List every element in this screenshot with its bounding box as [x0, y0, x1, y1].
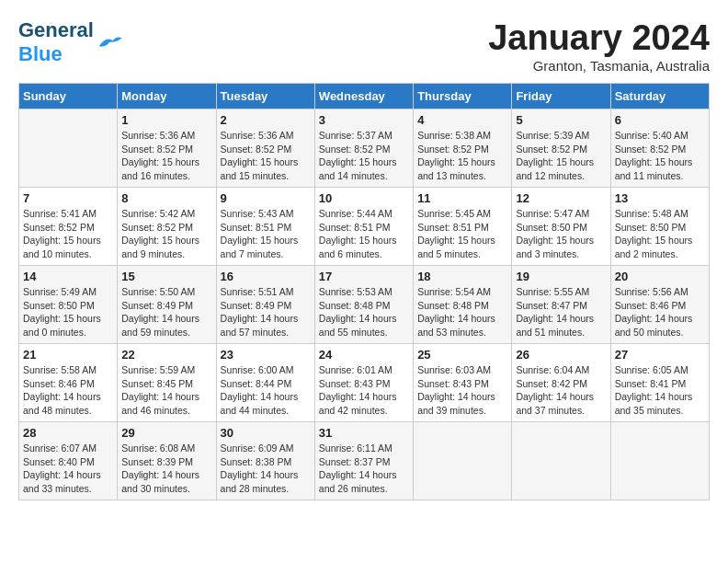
calendar-cell: 22Sunrise: 5:59 AMSunset: 8:45 PMDayligh…: [118, 344, 216, 422]
days-of-week-row: SundayMondayTuesdayWednesdayThursdayFrid…: [19, 84, 710, 109]
day-info: Sunrise: 6:09 AMSunset: 8:38 PMDaylight:…: [221, 442, 311, 496]
calendar-cell: [610, 422, 709, 500]
day-info: Sunrise: 5:36 AMSunset: 8:52 PMDaylight:…: [121, 129, 211, 183]
week-row-4: 21Sunrise: 5:58 AMSunset: 8:46 PMDayligh…: [19, 344, 710, 422]
day-number: 12: [516, 191, 606, 205]
calendar-cell: 18Sunrise: 5:54 AMSunset: 8:48 PMDayligh…: [414, 266, 512, 344]
logo-blue: Blue: [18, 42, 63, 65]
day-header-monday: Monday: [118, 84, 216, 109]
week-row-2: 7Sunrise: 5:41 AMSunset: 8:52 PMDaylight…: [19, 188, 710, 266]
calendar-cell: [414, 422, 512, 500]
day-number: 26: [516, 348, 606, 362]
calendar-cell: 23Sunrise: 6:00 AMSunset: 8:44 PMDayligh…: [216, 344, 314, 422]
calendar-cell: [19, 109, 118, 188]
day-info: Sunrise: 5:41 AMSunset: 8:52 PMDaylight:…: [23, 207, 113, 261]
day-number: 10: [319, 191, 409, 205]
day-info: Sunrise: 5:45 AMSunset: 8:51 PMDaylight:…: [417, 207, 507, 261]
day-info: Sunrise: 5:37 AMSunset: 8:52 PMDaylight:…: [319, 129, 409, 183]
day-info: Sunrise: 5:47 AMSunset: 8:50 PMDaylight:…: [516, 207, 606, 261]
location: Granton, Tasmania, Australia: [488, 58, 710, 74]
day-info: Sunrise: 5:54 AMSunset: 8:48 PMDaylight:…: [417, 285, 507, 339]
day-number: 21: [23, 348, 113, 362]
day-number: 9: [221, 191, 311, 205]
day-number: 29: [121, 426, 211, 440]
logo: General Blue: [18, 18, 123, 66]
day-info: Sunrise: 5:55 AMSunset: 8:47 PMDaylight:…: [516, 285, 606, 339]
day-info: Sunrise: 6:01 AMSunset: 8:43 PMDaylight:…: [319, 363, 409, 418]
calendar-cell: 28Sunrise: 6:07 AMSunset: 8:40 PMDayligh…: [19, 422, 118, 500]
day-number: 20: [615, 270, 705, 283]
day-number: 22: [121, 348, 211, 362]
day-number: 25: [417, 348, 507, 362]
day-number: 15: [121, 270, 211, 283]
calendar-body: 1Sunrise: 5:36 AMSunset: 8:52 PMDaylight…: [19, 109, 710, 500]
day-number: 6: [615, 113, 705, 127]
calendar-cell: 14Sunrise: 5:49 AMSunset: 8:50 PMDayligh…: [19, 266, 118, 344]
logo-general: General: [18, 18, 94, 41]
day-info: Sunrise: 5:50 AMSunset: 8:49 PMDaylight:…: [121, 285, 211, 339]
day-info: Sunrise: 5:51 AMSunset: 8:49 PMDaylight:…: [221, 285, 311, 339]
calendar-cell: 19Sunrise: 5:55 AMSunset: 8:47 PMDayligh…: [512, 266, 610, 344]
title-block: January 2024 Granton, Tasmania, Australi…: [488, 18, 710, 74]
calendar-cell: 21Sunrise: 5:58 AMSunset: 8:46 PMDayligh…: [19, 344, 118, 422]
day-number: 16: [221, 270, 311, 283]
calendar-header: SundayMondayTuesdayWednesdayThursdayFrid…: [19, 84, 710, 109]
calendar-table: SundayMondayTuesdayWednesdayThursdayFrid…: [18, 83, 710, 500]
day-info: Sunrise: 5:38 AMSunset: 8:52 PMDaylight:…: [417, 129, 507, 183]
day-number: 27: [615, 348, 705, 362]
day-header-friday: Friday: [512, 84, 610, 109]
day-info: Sunrise: 5:48 AMSunset: 8:50 PMDaylight:…: [615, 207, 705, 261]
calendar-cell: 17Sunrise: 5:53 AMSunset: 8:48 PMDayligh…: [314, 266, 413, 344]
page-header: General Blue January 2024 Granton, Tasma…: [18, 18, 710, 74]
day-number: 2: [221, 113, 311, 127]
day-number: 11: [417, 191, 507, 205]
day-info: Sunrise: 6:07 AMSunset: 8:40 PMDaylight:…: [23, 442, 113, 496]
day-header-thursday: Thursday: [414, 84, 512, 109]
day-info: Sunrise: 5:43 AMSunset: 8:51 PMDaylight:…: [221, 207, 311, 261]
day-header-saturday: Saturday: [610, 84, 709, 109]
calendar-cell: 2Sunrise: 5:36 AMSunset: 8:52 PMDaylight…: [216, 109, 314, 188]
week-row-5: 28Sunrise: 6:07 AMSunset: 8:40 PMDayligh…: [19, 422, 710, 500]
day-info: Sunrise: 6:04 AMSunset: 8:42 PMDaylight:…: [516, 363, 606, 418]
day-info: Sunrise: 5:56 AMSunset: 8:46 PMDaylight:…: [615, 285, 705, 339]
day-info: Sunrise: 5:49 AMSunset: 8:50 PMDaylight:…: [23, 285, 113, 339]
calendar-cell: 11Sunrise: 5:45 AMSunset: 8:51 PMDayligh…: [414, 188, 512, 266]
calendar-cell: 4Sunrise: 5:38 AMSunset: 8:52 PMDaylight…: [414, 109, 512, 188]
calendar-cell: 27Sunrise: 6:05 AMSunset: 8:41 PMDayligh…: [610, 344, 709, 422]
logo-text: General Blue: [18, 18, 94, 66]
day-info: Sunrise: 5:36 AMSunset: 8:52 PMDaylight:…: [221, 129, 311, 183]
day-number: 14: [23, 270, 113, 283]
day-info: Sunrise: 5:58 AMSunset: 8:46 PMDaylight:…: [23, 363, 113, 418]
day-info: Sunrise: 6:11 AMSunset: 8:37 PMDaylight:…: [319, 442, 409, 496]
day-number: 23: [221, 348, 311, 362]
day-info: Sunrise: 5:53 AMSunset: 8:48 PMDaylight:…: [319, 285, 409, 339]
calendar-cell: 31Sunrise: 6:11 AMSunset: 8:37 PMDayligh…: [314, 422, 413, 500]
day-number: 30: [221, 426, 311, 440]
calendar-cell: 24Sunrise: 6:01 AMSunset: 8:43 PMDayligh…: [314, 344, 413, 422]
calendar-cell: [512, 422, 610, 500]
calendar-cell: 6Sunrise: 5:40 AMSunset: 8:52 PMDaylight…: [610, 109, 709, 188]
day-number: 19: [516, 270, 606, 283]
day-number: 4: [417, 113, 507, 127]
day-number: 7: [23, 191, 113, 205]
day-info: Sunrise: 6:05 AMSunset: 8:41 PMDaylight:…: [615, 363, 705, 418]
week-row-1: 1Sunrise: 5:36 AMSunset: 8:52 PMDaylight…: [19, 109, 710, 188]
calendar-cell: 30Sunrise: 6:09 AMSunset: 8:38 PMDayligh…: [216, 422, 314, 500]
calendar-cell: 9Sunrise: 5:43 AMSunset: 8:51 PMDaylight…: [216, 188, 314, 266]
day-info: Sunrise: 6:00 AMSunset: 8:44 PMDaylight:…: [221, 363, 311, 418]
day-header-tuesday: Tuesday: [216, 84, 314, 109]
day-info: Sunrise: 5:40 AMSunset: 8:52 PMDaylight:…: [615, 129, 705, 183]
day-number: 28: [23, 426, 113, 440]
day-number: 8: [121, 191, 211, 205]
calendar-cell: 13Sunrise: 5:48 AMSunset: 8:50 PMDayligh…: [610, 188, 709, 266]
day-info: Sunrise: 5:59 AMSunset: 8:45 PMDaylight:…: [121, 363, 211, 418]
day-number: 24: [319, 348, 409, 362]
calendar-cell: 8Sunrise: 5:42 AMSunset: 8:52 PMDaylight…: [118, 188, 216, 266]
day-info: Sunrise: 6:03 AMSunset: 8:43 PMDaylight:…: [417, 363, 507, 418]
day-number: 31: [319, 426, 409, 440]
calendar-cell: 29Sunrise: 6:08 AMSunset: 8:39 PMDayligh…: [118, 422, 216, 500]
calendar-cell: 25Sunrise: 6:03 AMSunset: 8:43 PMDayligh…: [414, 344, 512, 422]
calendar-cell: 10Sunrise: 5:44 AMSunset: 8:51 PMDayligh…: [314, 188, 413, 266]
calendar-cell: 15Sunrise: 5:50 AMSunset: 8:49 PMDayligh…: [118, 266, 216, 344]
day-number: 13: [615, 191, 705, 205]
